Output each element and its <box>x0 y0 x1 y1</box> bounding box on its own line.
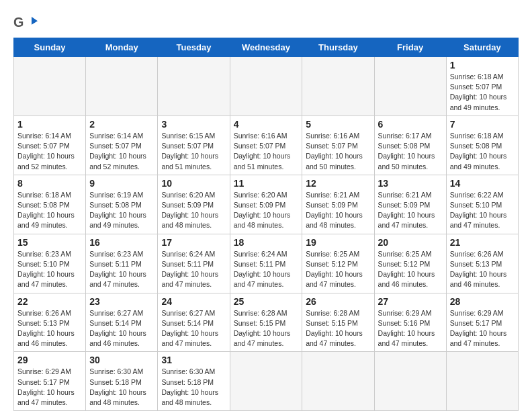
day-info: Sunrise: 6:18 AMSunset: 5:08 PMDaylight:… <box>450 131 515 172</box>
calendar-table: SundayMondayTuesdayWednesdayThursdayFrid… <box>13 38 519 411</box>
day-number: 16 <box>89 237 154 248</box>
calendar-day-header: Saturday <box>446 38 518 57</box>
day-number: 4 <box>234 119 299 130</box>
day-number: 9 <box>89 178 154 189</box>
day-info: Sunrise: 6:16 AMSunset: 5:07 PMDaylight:… <box>234 131 299 172</box>
calendar-day-cell: 9Sunrise: 6:19 AMSunset: 5:08 PMDaylight… <box>86 175 158 234</box>
calendar-day-cell: 6Sunrise: 6:17 AMSunset: 5:08 PMDaylight… <box>374 116 446 175</box>
page-header: G <box>13 13 519 32</box>
day-info: Sunrise: 6:28 AMSunset: 5:15 PMDaylight:… <box>306 308 370 349</box>
calendar-day-cell: 17Sunrise: 6:24 AMSunset: 5:11 PMDayligh… <box>158 234 230 293</box>
day-number: 24 <box>161 296 226 307</box>
day-number: 15 <box>17 237 82 248</box>
calendar-day-cell: 10Sunrise: 6:20 AMSunset: 5:09 PMDayligh… <box>158 175 230 234</box>
day-info: Sunrise: 6:25 AMSunset: 5:12 PMDaylight:… <box>306 249 370 290</box>
day-number: 13 <box>378 178 443 189</box>
day-info: Sunrise: 6:29 AMSunset: 5:17 PMDaylight:… <box>17 367 82 408</box>
calendar-day-cell <box>158 57 230 116</box>
calendar-week-row: 15Sunrise: 6:23 AMSunset: 5:10 PMDayligh… <box>14 234 519 293</box>
calendar-day-cell: 31Sunrise: 6:30 AMSunset: 5:18 PMDayligh… <box>158 352 230 411</box>
calendar-day-cell <box>302 352 374 411</box>
calendar-day-cell: 21Sunrise: 6:26 AMSunset: 5:13 PMDayligh… <box>446 234 518 293</box>
calendar-day-cell: 24Sunrise: 6:27 AMSunset: 5:14 PMDayligh… <box>158 293 230 352</box>
calendar-day-cell: 19Sunrise: 6:25 AMSunset: 5:12 PMDayligh… <box>302 234 374 293</box>
calendar-day-cell: 7Sunrise: 6:18 AMSunset: 5:08 PMDaylight… <box>446 116 518 175</box>
day-info: Sunrise: 6:14 AMSunset: 5:07 PMDaylight:… <box>89 131 154 172</box>
calendar-header-row: SundayMondayTuesdayWednesdayThursdayFrid… <box>14 38 519 57</box>
day-info: Sunrise: 6:28 AMSunset: 5:15 PMDaylight:… <box>234 308 299 349</box>
day-number: 8 <box>17 178 82 189</box>
logo-icon: G <box>13 13 38 32</box>
day-info: Sunrise: 6:16 AMSunset: 5:07 PMDaylight:… <box>306 131 370 172</box>
day-info: Sunrise: 6:19 AMSunset: 5:08 PMDaylight:… <box>89 190 154 231</box>
calendar-day-cell: 27Sunrise: 6:29 AMSunset: 5:16 PMDayligh… <box>374 293 446 352</box>
calendar-day-cell: 11Sunrise: 6:20 AMSunset: 5:09 PMDayligh… <box>230 175 302 234</box>
calendar-week-row: 1Sunrise: 6:18 AMSunset: 5:07 PMDaylight… <box>14 57 519 116</box>
day-number: 27 <box>378 296 443 307</box>
calendar-day-cell: 18Sunrise: 6:24 AMSunset: 5:11 PMDayligh… <box>230 234 302 293</box>
calendar-day-header: Friday <box>374 38 446 57</box>
calendar-day-cell <box>302 57 374 116</box>
calendar-day-cell: 3Sunrise: 6:15 AMSunset: 5:07 PMDaylight… <box>158 116 230 175</box>
calendar-day-cell <box>374 352 446 411</box>
day-info: Sunrise: 6:23 AMSunset: 5:11 PMDaylight:… <box>89 249 154 290</box>
calendar-week-row: 1Sunrise: 6:14 AMSunset: 5:07 PMDaylight… <box>14 116 519 175</box>
day-number: 30 <box>89 355 154 365</box>
day-info: Sunrise: 6:26 AMSunset: 5:13 PMDaylight:… <box>17 308 82 349</box>
day-info: Sunrise: 6:27 AMSunset: 5:14 PMDaylight:… <box>161 308 226 349</box>
calendar-day-cell: 4Sunrise: 6:16 AMSunset: 5:07 PMDaylight… <box>230 116 302 175</box>
day-number: 18 <box>234 237 299 248</box>
day-number: 5 <box>306 119 370 130</box>
day-info: Sunrise: 6:18 AMSunset: 5:08 PMDaylight:… <box>17 190 82 231</box>
calendar-day-cell: 15Sunrise: 6:23 AMSunset: 5:10 PMDayligh… <box>14 234 86 293</box>
day-info: Sunrise: 6:29 AMSunset: 5:16 PMDaylight:… <box>378 308 443 349</box>
calendar-day-cell: 26Sunrise: 6:28 AMSunset: 5:15 PMDayligh… <box>302 293 374 352</box>
calendar-day-cell: 29Sunrise: 6:29 AMSunset: 5:17 PMDayligh… <box>14 352 86 411</box>
day-number: 19 <box>306 237 370 248</box>
calendar-day-cell <box>86 57 158 116</box>
calendar-day-cell: 23Sunrise: 6:27 AMSunset: 5:14 PMDayligh… <box>86 293 158 352</box>
calendar-day-header: Thursday <box>302 38 374 57</box>
day-number: 29 <box>17 355 82 365</box>
logo: G <box>13 13 40 32</box>
day-number: 25 <box>234 296 299 307</box>
svg-text:G: G <box>13 15 24 30</box>
calendar-body: 1Sunrise: 6:18 AMSunset: 5:07 PMDaylight… <box>14 57 519 411</box>
calendar-day-cell <box>230 352 302 411</box>
calendar-day-header: Tuesday <box>158 38 230 57</box>
day-number: 26 <box>306 296 370 307</box>
day-number: 1 <box>450 60 515 71</box>
day-info: Sunrise: 6:20 AMSunset: 5:09 PMDaylight:… <box>234 190 299 231</box>
day-number: 20 <box>378 237 443 248</box>
day-info: Sunrise: 6:26 AMSunset: 5:13 PMDaylight:… <box>450 249 515 290</box>
calendar-day-cell: 5Sunrise: 6:16 AMSunset: 5:07 PMDaylight… <box>302 116 374 175</box>
day-number: 11 <box>234 178 299 189</box>
calendar-day-header: Monday <box>86 38 158 57</box>
calendar-day-cell: 1Sunrise: 6:18 AMSunset: 5:07 PMDaylight… <box>446 57 518 116</box>
day-number: 14 <box>450 178 515 189</box>
day-info: Sunrise: 6:22 AMSunset: 5:10 PMDaylight:… <box>450 190 515 231</box>
day-number: 28 <box>450 296 515 307</box>
day-number: 6 <box>378 119 443 130</box>
day-info: Sunrise: 6:23 AMSunset: 5:10 PMDaylight:… <box>17 249 82 290</box>
calendar-day-cell <box>230 57 302 116</box>
calendar-day-cell: 2Sunrise: 6:14 AMSunset: 5:07 PMDaylight… <box>86 116 158 175</box>
day-number: 2 <box>89 119 154 130</box>
day-info: Sunrise: 6:25 AMSunset: 5:12 PMDaylight:… <box>378 249 443 290</box>
day-number: 7 <box>450 119 515 130</box>
day-number: 21 <box>450 237 515 248</box>
calendar-day-header: Sunday <box>14 38 86 57</box>
calendar-day-cell <box>14 57 86 116</box>
day-info: Sunrise: 6:15 AMSunset: 5:07 PMDaylight:… <box>161 131 226 172</box>
calendar-day-cell: 28Sunrise: 6:29 AMSunset: 5:17 PMDayligh… <box>446 293 518 352</box>
calendar-day-cell: 30Sunrise: 6:30 AMSunset: 5:18 PMDayligh… <box>86 352 158 411</box>
day-number: 17 <box>161 237 226 248</box>
svg-marker-1 <box>32 17 38 25</box>
day-info: Sunrise: 6:17 AMSunset: 5:08 PMDaylight:… <box>378 131 443 172</box>
calendar-week-row: 22Sunrise: 6:26 AMSunset: 5:13 PMDayligh… <box>14 293 519 352</box>
calendar-day-cell: 25Sunrise: 6:28 AMSunset: 5:15 PMDayligh… <box>230 293 302 352</box>
day-number: 3 <box>161 119 226 130</box>
calendar-day-cell: 1Sunrise: 6:14 AMSunset: 5:07 PMDaylight… <box>14 116 86 175</box>
day-info: Sunrise: 6:21 AMSunset: 5:09 PMDaylight:… <box>306 190 370 231</box>
calendar-header: SundayMondayTuesdayWednesdayThursdayFrid… <box>14 38 519 57</box>
